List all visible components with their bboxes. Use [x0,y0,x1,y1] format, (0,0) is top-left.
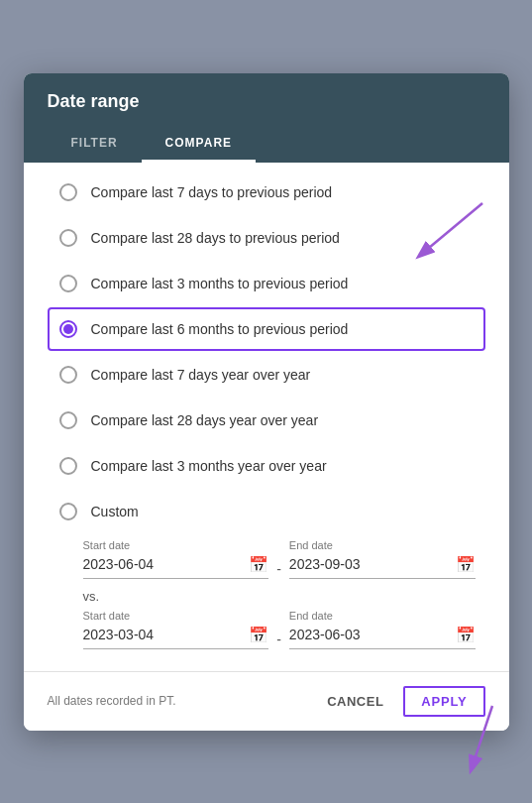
date-range-modal: Date range FILTER COMPARE Compare last 7… [24,73,509,731]
vs-label: vs. [83,589,476,604]
option-3months-yoy[interactable]: Compare last 3 months year over year [48,444,485,488]
radio-custom [59,503,77,520]
radio-7days [59,183,77,201]
vs-date-row: Start date 2023-03-04 📅 - End date 2023-… [83,610,476,649]
radio-3months [59,275,77,292]
end-date-label: End date [289,539,476,551]
modal-header: Date range FILTER COMPARE [24,73,509,163]
cancel-button[interactable]: CANCEL [319,688,391,715]
option-7days-yoy-label: Compare last 7 days year over year [91,367,311,383]
vs-end-date-input-wrap[interactable]: 2023-06-03 📅 [289,626,476,649]
modal-title: Date range [48,91,485,112]
end-date-input-wrap[interactable]: 2023-09-03 📅 [289,555,476,579]
start-date-value: 2023-06-04 [83,556,250,572]
option-7days-yoy[interactable]: Compare last 7 days year over year [48,353,485,397]
option-28days-label: Compare last 28 days to previous period [91,230,340,246]
start-date-label: Start date [83,539,269,551]
option-6months[interactable]: Compare last 6 months to previous period [48,307,485,351]
start-date-calendar-icon[interactable]: 📅 [249,555,268,574]
radio-3months-yoy [59,457,77,475]
tab-filter[interactable]: FILTER [48,126,142,163]
end-date-field: End date 2023-09-03 📅 [289,539,476,579]
apply-button[interactable]: APPLY [403,686,484,717]
option-3months[interactable]: Compare last 3 months to previous period [48,262,485,305]
tab-bar: FILTER COMPARE [48,126,485,163]
option-custom-label: Custom [91,504,139,519]
footer-actions: CANCEL APPLY [319,686,484,717]
vs-start-date-label: Start date [83,610,269,622]
option-6months-label: Compare last 6 months to previous period [91,321,349,337]
vs-start-date-field: Start date 2023-03-04 📅 [83,610,269,649]
radio-28days [59,229,77,247]
option-7days-label: Compare last 7 days to previous period [91,184,333,200]
vs-start-date-input-wrap[interactable]: 2023-03-04 📅 [83,626,269,649]
option-3months-label: Compare last 3 months to previous period [91,276,349,291]
option-custom[interactable]: Custom [48,490,485,533]
tab-compare[interactable]: COMPARE [142,126,256,163]
end-date-value: 2023-09-03 [289,556,456,572]
vs-end-date-field: End date 2023-06-03 📅 [289,610,476,649]
vs-end-calendar-icon[interactable]: 📅 [456,626,476,644]
end-date-calendar-icon[interactable]: 📅 [456,555,476,574]
option-28days[interactable]: Compare last 28 days to previous period [48,216,485,260]
date-separator-1: - [276,539,281,577]
option-28days-yoy-label: Compare last 28 days year over year [91,412,319,428]
vs-end-date-label: End date [289,610,476,622]
option-28days-yoy[interactable]: Compare last 28 days year over year [48,399,485,442]
option-3months-yoy-label: Compare last 3 months year over year [91,458,327,474]
modal-footer: All dates recorded in PT. CANCEL APPLY [24,671,509,731]
vs-start-date-value: 2023-03-04 [83,627,250,642]
footer-note: All dates recorded in PT. [48,694,176,708]
start-date-input-wrap[interactable]: 2023-06-04 📅 [83,555,269,579]
radio-7days-yoy [59,366,77,384]
primary-date-row: Start date 2023-06-04 📅 - End date 2023-… [83,539,476,579]
date-separator-2: - [276,610,281,647]
modal-body: Compare last 7 days to previous period C… [24,163,509,671]
vs-end-date-value: 2023-06-03 [289,627,456,642]
custom-date-section: Start date 2023-06-04 📅 - End date 2023-… [48,535,485,671]
vs-start-calendar-icon[interactable]: 📅 [249,626,268,644]
option-7days[interactable]: Compare last 7 days to previous period [48,171,485,214]
start-date-field: Start date 2023-06-04 📅 [83,539,269,579]
radio-28days-yoy [59,411,77,429]
radio-6months [59,320,77,338]
